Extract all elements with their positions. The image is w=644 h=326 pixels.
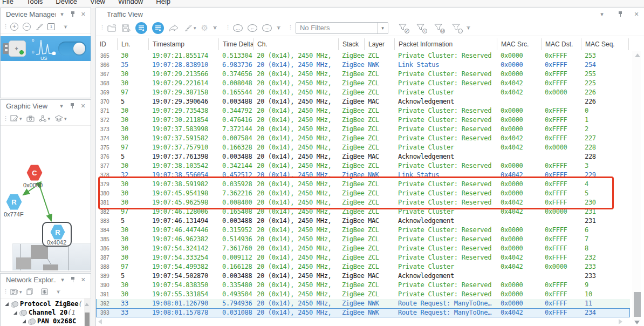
- node-router-4042[interactable]: R: [50, 225, 65, 240]
- scroll-up-icon[interactable]: [85, 303, 89, 306]
- table-row[interactable]: 389 5 19:07:54.502870 0.003488 20 (0x14)…: [96, 271, 630, 281]
- topology-minimap[interactable]: [12, 243, 91, 270]
- toolbar-grip[interactable]: ⋮: [3, 289, 6, 294]
- expand-twistie-icon[interactable]: [5, 302, 9, 306]
- toolbar-grip[interactable]: ⋮: [287, 25, 291, 30]
- column-header-timestamp[interactable]: Timestamp: [149, 38, 219, 50]
- table-row[interactable]: 379 30 19:07:38.591982 0.035928 20 (0x14…: [96, 180, 630, 189]
- table-row[interactable]: 376 5 19:07:37.761398 0.003488 20 (0x14)…: [96, 152, 630, 161]
- toolbar-grip[interactable]: ⋮: [225, 25, 228, 30]
- dropdown-caret[interactable]: ▾: [48, 116, 51, 121]
- filter-settings-icon[interactable]: [41, 288, 48, 295]
- filter-add-icon[interactable]: +: [416, 24, 426, 32]
- topology-canvas[interactable]: C 0x0000 R 0x774F R 0x4042: [1, 126, 91, 270]
- column-header-layer[interactable]: Layer: [365, 38, 395, 50]
- scrollbar-thumb[interactable]: [85, 313, 90, 326]
- menu-item-tools[interactable]: Tools: [26, 0, 43, 5]
- calendar-icon[interactable]: 1: [47, 23, 55, 30]
- toolbar-grip[interactable]: ⋮: [99, 25, 102, 30]
- dropdown-caret[interactable]: ▾: [19, 289, 22, 295]
- snapshot-camera-icon[interactable]: [26, 116, 35, 122]
- traffic-vertical-scrollbar[interactable]: [633, 51, 641, 320]
- topology-icon[interactable]: [39, 115, 47, 122]
- table-row[interactable]: 387 30 19:07:54.333254 0.009112 20 (0x14…: [96, 253, 630, 262]
- remove-device-button[interactable]: −: [23, 23, 31, 31]
- filter-exclude-icon[interactable]: ⊘: [434, 24, 444, 32]
- tree-item-protocol-zigbee[interactable]: Protocol ZigBee (: [1, 300, 91, 308]
- table-row[interactable]: 365 30 19:07:21.855174 0.513304 20 (0x14…: [96, 51, 630, 60]
- table-row[interactable]: 384 30 19:07:46.447446 0.315952 20 (0x14…: [96, 226, 630, 235]
- table-row[interactable]: 371 30 19:07:29.735438 0.344792 20 (0x14…: [96, 106, 630, 116]
- table-row[interactable]: 367 30 19:07:29.213566 0.374656 20 (0x14…: [96, 70, 630, 79]
- device-manager-menu-icon[interactable]: ▾: [58, 10, 66, 18]
- column-header-packet-information[interactable]: Packet Information: [395, 38, 497, 50]
- column-header-id[interactable]: ID: [96, 38, 118, 50]
- adapter-card[interactable]: ✦ 6 0 US: [1, 36, 91, 61]
- table-row[interactable]: 380 30 19:07:45.954198 7.362216 20 (0x14…: [96, 189, 630, 198]
- traffic-view-pin-icon[interactable]: [616, 10, 625, 18]
- save-capture-icon[interactable]: [122, 24, 131, 32]
- brush-icon[interactable]: [35, 23, 43, 31]
- tree-item-channel-20[interactable]: Channel 20 (1: [1, 308, 91, 317]
- filter-apply-icon[interactable]: ✓: [399, 24, 408, 32]
- toolbar-grip[interactable]: ⋮: [3, 116, 6, 121]
- table-row[interactable]: 377 30 19:07:38.103542 0.342144 20 (0x14…: [96, 161, 630, 171]
- open-capture-icon[interactable]: [107, 24, 117, 32]
- table-row[interactable]: 386 30 19:07:54.324142 7.361760 20 (0x14…: [96, 244, 630, 253]
- scroll-left-icon[interactable]: [98, 319, 102, 324]
- table-row[interactable]: 374 30 19:07:37.591582 0.007584 20 (0x14…: [96, 134, 630, 143]
- table-row[interactable]: 393 33 19:08:01.157878 0.031088 20 (0x14…: [96, 308, 630, 317]
- column-header-ln-[interactable]: Ln.: [118, 38, 149, 50]
- menu-item-file[interactable]: File: [2, 0, 13, 5]
- table-row[interactable]: 368 30 19:07:29.221614 0.008048 20 (0x14…: [96, 79, 630, 88]
- toolbar-grip[interactable]: ⋮: [3, 24, 6, 29]
- toolbar-overflow-button[interactable]: ▾: [467, 26, 470, 30]
- table-row[interactable]: 369 97 19:07:29.387158 0.165544 20 (0x14…: [96, 88, 630, 97]
- network-tree-scrollbar[interactable]: [84, 298, 90, 326]
- expand-twistie-icon[interactable]: [22, 320, 26, 323]
- traffic-view-close-icon[interactable]: ×: [632, 10, 641, 18]
- menu-item-window[interactable]: Window: [118, 0, 143, 5]
- live-scroll-button[interactable]: [135, 22, 147, 34]
- table-row[interactable]: 392 33 19:08:01.126790 5.794936 20 (0x14…: [96, 299, 630, 308]
- forward-share-icon[interactable]: [169, 24, 179, 32]
- comment-more-icon[interactable]: …: [233, 24, 243, 32]
- scroll-up-icon[interactable]: [635, 53, 640, 57]
- comment-prev-icon[interactable]: ←: [248, 24, 257, 32]
- table-row[interactable]: 366 35 19:07:28.838910 6.983736 20 (0x14…: [96, 60, 630, 70]
- comment-next-icon[interactable]: →: [262, 24, 272, 32]
- edit-layout-icon[interactable]: [10, 115, 18, 122]
- expand-twistie-icon[interactable]: [13, 311, 17, 315]
- network-explorer-pin-icon[interactable]: [69, 275, 77, 284]
- table-row[interactable]: 375 97 19:07:37.757910 0.166328 20 (0x14…: [96, 143, 630, 152]
- table-row[interactable]: 370 5 19:07:29.390646 0.003488 20 (0x14)…: [96, 97, 630, 106]
- layers-icon[interactable]: [54, 115, 63, 122]
- toolbar-overflow-button[interactable]: ▾: [277, 26, 280, 30]
- column-header-stack[interactable]: Stack: [339, 38, 365, 50]
- scrollbar-thumb[interactable]: [634, 292, 641, 317]
- table-row[interactable]: 381 30 19:07:45.962598 0.008400 20 (0x14…: [96, 198, 630, 207]
- filter-remove-icon[interactable]: −: [452, 24, 462, 32]
- toolbar-overflow-button[interactable]: ▾: [213, 26, 217, 30]
- graphic-view-close-icon[interactable]: ×: [79, 101, 87, 110]
- column-header-mac-src-[interactable]: MAC Src.: [497, 38, 542, 50]
- settings-gear-icon[interactable]: ⚙: [201, 23, 208, 33]
- graphic-view-pin-icon[interactable]: [68, 101, 77, 110]
- menu-item-device[interactable]: Device: [56, 0, 77, 5]
- node-router-4042-selection[interactable]: R 0x4042: [42, 222, 72, 247]
- dropdown-caret[interactable]: ▾: [64, 116, 67, 121]
- copy-page-icon[interactable]: [26, 288, 33, 295]
- table-row[interactable]: 390 30 19:07:54.838350 0.335480 20 (0x14…: [96, 281, 630, 290]
- dropdown-caret[interactable]: ▾: [19, 116, 22, 121]
- column-header-mac-seq-[interactable]: MAC Seq.: [581, 38, 629, 50]
- column-header-time-delta[interactable]: Time Delta: [219, 38, 254, 50]
- column-header-ch-[interactable]: Ch.: [254, 38, 339, 50]
- toolbar-overflow-button[interactable]: ▾: [57, 290, 60, 294]
- filter-combobox[interactable]: No Filters ▾: [296, 22, 388, 34]
- device-manager-pin-icon[interactable]: [68, 10, 77, 18]
- clear-brush-icon[interactable]: [183, 24, 192, 32]
- capture-toggle[interactable]: [58, 42, 86, 56]
- scroll-down-icon[interactable]: [634, 321, 640, 324]
- autoscroll-button[interactable]: [152, 22, 164, 34]
- table-row[interactable]: 372 30 19:07:30.211854 0.476416 20 (0x14…: [96, 116, 630, 125]
